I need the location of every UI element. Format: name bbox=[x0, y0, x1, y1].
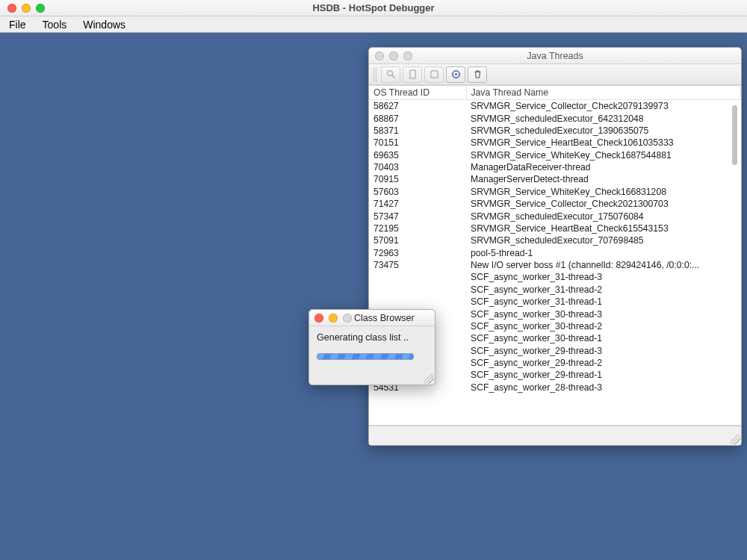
java-thread-name-cell: ManagerServerDetect-thread bbox=[466, 173, 741, 185]
table-row[interactable]: 69635SRVMGR_Service_WhiteKey_Check168754… bbox=[369, 149, 741, 161]
table-row[interactable]: SCF_async_worker_31-thread-2 bbox=[369, 284, 741, 296]
os-thread-id-cell bbox=[369, 296, 466, 308]
table-row[interactable]: 58627SRVMGR_Service_Collector_Check20791… bbox=[369, 100, 741, 113]
table-row[interactable]: 68867SRVMGR_scheduledExecutor_642312048 bbox=[369, 112, 741, 124]
java-thread-name-cell: ManagerDataReceiver-thread bbox=[466, 161, 741, 173]
svg-point-5 bbox=[455, 73, 457, 75]
threads-title: Java Threads bbox=[369, 51, 741, 61]
os-thread-id-cell: 70403 bbox=[369, 161, 466, 173]
table-row[interactable]: SCF_async_worker_31-thread-1 bbox=[369, 296, 741, 308]
java-thread-name-cell: SCF_async_worker_31-thread-3 bbox=[466, 271, 741, 283]
progress-fill bbox=[317, 354, 413, 359]
os-thread-id-cell: 70915 bbox=[369, 173, 466, 185]
desktop: HSDB - HotSpot Debugger File Tools Windo… bbox=[0, 0, 747, 560]
threads-titlebar[interactable]: Java Threads bbox=[369, 48, 741, 64]
os-thread-id-cell: 57603 bbox=[369, 186, 466, 198]
threads-scrollbar[interactable] bbox=[731, 105, 739, 420]
classbrowser-traffic-lights bbox=[309, 314, 352, 323]
java-thread-name-cell: SRVMGR_scheduledExecutor_707698485 bbox=[466, 234, 741, 246]
java-thread-name-cell: SCF_async_worker_30-thread-2 bbox=[466, 320, 741, 332]
menu-tools[interactable]: Tools bbox=[43, 19, 67, 31]
trash-icon bbox=[473, 69, 483, 79]
java-thread-name-cell: SRVMGR_scheduledExecutor_642312048 bbox=[466, 112, 741, 124]
os-thread-id-cell: 68867 bbox=[369, 112, 466, 124]
table-row[interactable]: 72963pool-5-thread-1 bbox=[369, 247, 741, 259]
java-thread-name-cell: SCF_async_worker_30-thread-1 bbox=[466, 332, 741, 344]
show-java-stack-button[interactable] bbox=[424, 66, 444, 83]
close-icon[interactable] bbox=[314, 314, 323, 323]
scroll-thumb[interactable] bbox=[732, 105, 737, 165]
java-thread-name-cell: SRVMGR_Service_Collector_Check2079139973 bbox=[466, 100, 741, 113]
svg-line-1 bbox=[391, 75, 394, 78]
resize-grip-icon[interactable] bbox=[730, 434, 740, 444]
os-thread-id-cell: 72195 bbox=[369, 223, 466, 234]
find-crashes-button[interactable] bbox=[468, 66, 487, 83]
zoom-icon[interactable] bbox=[343, 314, 352, 323]
table-row[interactable]: 73475New I/O server boss #1 (channelId: … bbox=[369, 259, 741, 271]
classbrowser-body: Generating class list .. bbox=[309, 326, 435, 367]
os-thread-id-cell: 70151 bbox=[369, 137, 466, 149]
app-menubar: File Tools Windows bbox=[0, 16, 747, 33]
stack-trace-icon bbox=[430, 69, 439, 79]
java-thread-name-cell: SRVMGR_Service_HeartBeat_Check615543153 bbox=[466, 223, 741, 234]
classbrowser-title: Class Browser bbox=[354, 313, 435, 323]
threads-statusbar bbox=[369, 426, 741, 445]
java-thread-name-cell: SCF_async_worker_30-thread-3 bbox=[466, 308, 741, 320]
circle-dot-icon bbox=[451, 69, 461, 79]
java-thread-name-cell: SCF_async_worker_31-thread-2 bbox=[466, 284, 741, 296]
progress-bar bbox=[317, 353, 414, 360]
os-thread-id-cell: 57091 bbox=[369, 234, 466, 246]
java-thread-name-cell: SCF_async_worker_31-thread-1 bbox=[466, 296, 741, 308]
table-row[interactable]: 57603SRVMGR_Service_WhiteKey_Check166831… bbox=[369, 186, 741, 198]
zoom-icon[interactable] bbox=[36, 4, 45, 13]
inspect-thread-button[interactable] bbox=[381, 66, 400, 83]
os-thread-id-cell bbox=[369, 284, 466, 296]
os-thread-id-cell: 73475 bbox=[369, 259, 466, 271]
java-threads-window[interactable]: Java Threads bbox=[368, 47, 742, 446]
table-row[interactable]: 57091SRVMGR_scheduledExecutor_707698485 bbox=[369, 234, 741, 246]
col-os-thread-id[interactable]: OS Thread ID bbox=[369, 86, 466, 100]
minimize-icon[interactable] bbox=[22, 4, 31, 13]
java-thread-name-cell: SRVMGR_scheduledExecutor_1390635075 bbox=[466, 125, 741, 137]
java-thread-name-cell: New I/O server boss #1 (channelId: 82942… bbox=[466, 259, 741, 271]
classbrowser-status: Generating class list .. bbox=[317, 332, 427, 343]
toolbar-handle bbox=[374, 67, 376, 82]
java-thread-name-cell: SCF_async_worker_28-thread-3 bbox=[466, 382, 741, 393]
app-traffic-lights bbox=[0, 4, 45, 13]
threads-header-row: OS Thread ID Java Thread Name bbox=[369, 86, 741, 100]
os-thread-id-cell bbox=[369, 271, 466, 283]
stack-memory-button[interactable] bbox=[403, 66, 422, 83]
menu-file[interactable]: File bbox=[9, 19, 26, 31]
table-row[interactable]: 70151SRVMGR_Service_HeartBeat_Check10610… bbox=[369, 137, 741, 149]
svg-rect-2 bbox=[409, 70, 415, 78]
java-thread-name-cell: SCF_async_worker_29-thread-1 bbox=[466, 369, 741, 381]
table-row[interactable]: 58371SRVMGR_scheduledExecutor_1390635075 bbox=[369, 125, 741, 137]
table-row[interactable]: SCF_async_worker_31-thread-3 bbox=[369, 271, 741, 283]
table-row[interactable]: 57347SRVMGR_scheduledExecutor_175076084 bbox=[369, 210, 741, 222]
os-thread-id-cell: 72963 bbox=[369, 247, 466, 259]
java-thread-name-cell: SRVMGR_Service_HeartBeat_Check1061035333 bbox=[466, 137, 741, 149]
stack-icon bbox=[409, 69, 417, 79]
os-thread-id-cell: 57347 bbox=[369, 210, 466, 222]
svg-rect-3 bbox=[430, 71, 437, 78]
java-thread-name-cell: SRVMGR_Service_WhiteKey_Check1687544881 bbox=[466, 149, 741, 161]
col-java-thread-name[interactable]: Java Thread Name bbox=[466, 86, 741, 100]
minimize-icon[interactable] bbox=[329, 314, 338, 323]
table-row[interactable]: 72195SRVMGR_Service_HeartBeat_Check61554… bbox=[369, 223, 741, 234]
os-thread-id-cell: 69635 bbox=[369, 149, 466, 161]
os-thread-id-cell: 58371 bbox=[369, 125, 466, 137]
table-row[interactable]: 70403ManagerDataReceiver-thread bbox=[369, 161, 741, 173]
class-browser-window[interactable]: Class Browser Generating class list .. bbox=[309, 309, 436, 385]
close-icon[interactable] bbox=[7, 4, 16, 13]
java-thread-name-cell: SRVMGR_Service_WhiteKey_Check166831208 bbox=[466, 186, 741, 198]
java-thread-name-cell: SRVMGR_Service_Collector_Check2021300703 bbox=[466, 198, 741, 210]
os-thread-id-cell: 58627 bbox=[369, 100, 466, 113]
resize-grip-icon[interactable] bbox=[424, 373, 434, 384]
table-row[interactable]: 71427SRVMGR_Service_Collector_Check20213… bbox=[369, 198, 741, 210]
java-thread-name-cell: SRVMGR_scheduledExecutor_175076084 bbox=[466, 210, 741, 222]
app-titlebar: HSDB - HotSpot Debugger bbox=[0, 0, 747, 16]
classbrowser-titlebar[interactable]: Class Browser bbox=[309, 310, 435, 326]
menu-windows[interactable]: Windows bbox=[83, 19, 125, 31]
table-row[interactable]: 70915ManagerServerDetect-thread bbox=[369, 173, 741, 185]
show-thread-info-button[interactable] bbox=[446, 66, 465, 83]
